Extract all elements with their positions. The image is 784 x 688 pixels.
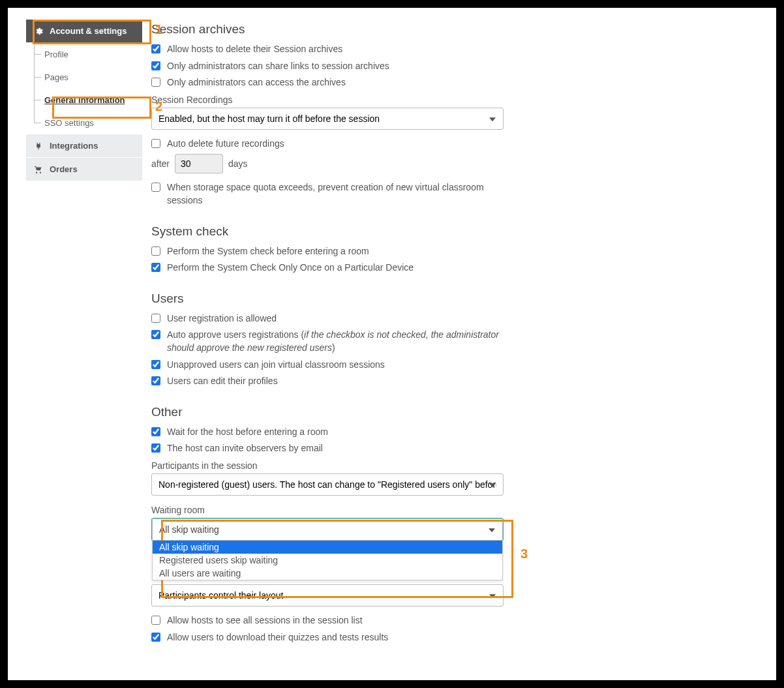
sidebar-item-label: General information (44, 95, 125, 105)
select-session-recordings[interactable]: Enabled, but the host may turn it off be… (151, 108, 504, 130)
section-title: Users (151, 292, 504, 306)
sidebar-item-label: Pages (44, 72, 68, 82)
sidebar-account-settings[interactable]: Account & settings (26, 20, 142, 43)
checkbox-label: Allow hosts to see all sessions in the s… (167, 614, 504, 627)
cart-icon (34, 165, 43, 174)
recordings-label: Session Recordings (151, 95, 504, 105)
checkbox-system-check-once[interactable] (151, 263, 160, 272)
annotation-number-3: 3 (520, 546, 528, 561)
annotation-number-1: 1 (155, 22, 162, 37)
select-waiting-room[interactable]: All skip waiting All skip waiting Regist… (151, 518, 504, 541)
sidebar-item-sso-settings[interactable]: SSO settings (34, 112, 142, 134)
waiting-option-all-skip[interactable]: All skip waiting (153, 541, 502, 554)
checkbox-label: Only administrators can access the archi… (167, 76, 504, 89)
input-days[interactable] (175, 154, 223, 173)
waiting-room-label: Waiting room (151, 505, 504, 515)
section-other: Other Wait for the host before entering … (151, 405, 504, 644)
sidebar-integrations[interactable]: Integrations (26, 134, 142, 158)
waiting-option-registered-skip[interactable]: Registered users skip waiting (153, 554, 502, 567)
after-label: after (151, 158, 170, 169)
sidebar-account-label: Account & settings (50, 26, 127, 36)
checkbox-label: Perform the System check before entering… (167, 245, 504, 258)
section-title: Other (151, 405, 504, 419)
checkbox-label: Only administrators can share links to s… (167, 60, 504, 73)
checkbox-auto-delete-recordings[interactable] (151, 139, 160, 148)
checkbox-edit-profiles[interactable] (151, 376, 160, 385)
select-participants[interactable]: Non-registered (guest) users. The host c… (151, 473, 504, 496)
checkbox-label: User registration is allowed (167, 312, 504, 325)
sidebar-item-pages[interactable]: Pages (34, 66, 142, 89)
checkbox-label: Perform the System Check Only Once on a … (167, 262, 504, 275)
section-title: Session archives (151, 22, 504, 37)
checkbox-label: When storage space quota exceeds, preven… (167, 181, 504, 207)
checkbox-invite-observers[interactable] (151, 443, 160, 453)
checkbox-label: Unapproved users can join virtual classr… (167, 359, 504, 372)
checkbox-storage-quota[interactable] (151, 183, 160, 192)
sidebar-item-label: Profile (44, 50, 68, 59)
checkbox-label: The host can invite observers by email (167, 442, 504, 455)
checkbox-admins-access-archives[interactable] (151, 78, 160, 87)
section-title: System check (151, 224, 504, 239)
select-waiting-room-value: All skip waiting (152, 518, 503, 541)
checkbox-hosts-see-sessions[interactable] (151, 616, 160, 625)
checkbox-auto-approve[interactable] (151, 330, 160, 339)
sidebar-integrations-label: Integrations (50, 141, 98, 151)
checkbox-label: Allow hosts to delete their Session arch… (167, 43, 504, 56)
waiting-option-all-waiting[interactable]: All users are waiting (153, 567, 502, 580)
sidebar-item-profile[interactable]: Profile (34, 43, 142, 66)
checkbox-label: Wait for the host before entering a room (167, 426, 504, 439)
checkbox-wait-for-host[interactable] (151, 427, 160, 436)
section-session-archives: Session archives Allow hosts to delete t… (151, 22, 504, 207)
sidebar-item-general-information[interactable]: General information (34, 89, 142, 112)
waiting-room-dropdown: All skip waiting Registered users skip w… (152, 541, 503, 580)
section-system-check: System check Perform the System check be… (151, 224, 504, 275)
plug-icon (34, 142, 43, 151)
sidebar-orders-label: Orders (50, 164, 78, 174)
select-layout[interactable]: Participants control their layout (151, 584, 504, 606)
checkbox-download-quizzes[interactable] (151, 633, 160, 642)
checkbox-label: Allow users to download their quizzes an… (167, 631, 504, 644)
checkbox-unapproved-join[interactable] (151, 360, 160, 369)
checkbox-user-registration[interactable] (151, 314, 160, 323)
checkbox-system-check-before[interactable] (151, 247, 160, 256)
sidebar-orders[interactable]: Orders (26, 158, 142, 181)
checkbox-label: Users can edit their profiles (167, 375, 504, 388)
days-label: days (228, 158, 248, 169)
participants-label: Participants in the session (151, 460, 504, 471)
sidebar-item-label: SSO settings (44, 118, 94, 128)
checkbox-label: Auto approve users registrations (if the… (167, 329, 504, 354)
checkbox-label: Auto delete future recordings (167, 138, 504, 151)
gear-icon (34, 27, 43, 36)
section-users: Users User registration is allowed Auto … (151, 292, 504, 388)
checkbox-delete-archives[interactable] (151, 44, 160, 53)
checkbox-admins-share-links[interactable] (151, 61, 160, 70)
annotation-number-2: 2 (155, 99, 162, 114)
